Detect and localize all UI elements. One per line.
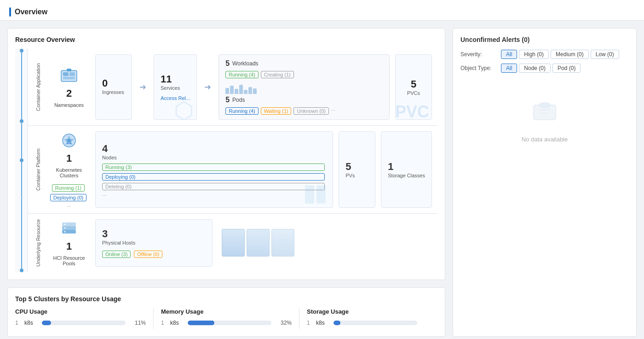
- stor-name-1: k8s: [316, 320, 330, 326]
- pvcs-count: 5: [411, 78, 416, 90]
- object-type-filters: All Node (0) Pod (0): [501, 64, 581, 73]
- no-data-icon: [530, 96, 559, 130]
- tier-label-underlying: Underlying Resource: [34, 219, 43, 267]
- pvcs-box: 5 PVCs PVC: [395, 54, 432, 120]
- svg-rect-9: [316, 185, 326, 204]
- cpu-usage-row: 1 k8s 11%: [15, 320, 146, 326]
- tiers-content: Container Application: [28, 49, 437, 272]
- tier-icon-container-app: 2 Namespaces: [48, 54, 90, 120]
- ingresses-count: 0: [102, 77, 108, 89]
- obj-node-btn[interactable]: Node (0): [519, 64, 551, 73]
- memory-usage-col: Memory Usage 1 k8s 32%: [161, 308, 299, 329]
- severity-low-btn[interactable]: Low (0): [591, 50, 619, 59]
- pods-section: 5 Pods Running (4) Waiting (1) Unknown (…: [225, 96, 383, 115]
- arrow-ingresses-services: ➜: [138, 54, 148, 120]
- k8s-badge-more: ...: [67, 202, 71, 208]
- cluster-usage-title: Top 5 Clusters by Resource Usage: [15, 295, 437, 303]
- workloads-label: Workloads: [232, 60, 258, 67]
- access-rel-link[interactable]: Access Rel...: [161, 95, 190, 101]
- sc-count: 1: [388, 161, 425, 173]
- obj-pod-btn[interactable]: Pod (0): [552, 64, 581, 73]
- severity-all-btn[interactable]: All: [501, 50, 517, 59]
- ingresses-label: Ingresses: [102, 89, 124, 95]
- severity-medium-btn[interactable]: Medium (0): [551, 50, 589, 59]
- hci-icon: [60, 219, 78, 238]
- mem-bar-1: [188, 321, 214, 325]
- page-title: Overview: [15, 8, 47, 16]
- connector-line-4: [21, 198, 22, 269]
- svg-rect-3: [63, 77, 75, 79]
- pod-badge-waiting: Waiting (1): [261, 107, 292, 115]
- stor-rank-1: 1: [307, 320, 312, 326]
- storage-usage-col: Storage Usage 1 k8s: [307, 308, 437, 329]
- services-box: 11 Services ⬡ Access Rel...: [154, 54, 197, 120]
- cluster-usage-card: Top 5 Clusters by Resource Usage CPU Usa…: [7, 287, 445, 337]
- workloads-section: 5 Workloads Running (4) Creating (1): [225, 59, 383, 78]
- k8s-label: Kubernetes Clusters: [48, 167, 90, 178]
- mem-name-1: k8s: [170, 320, 184, 326]
- nodes-box: 4 Nodes Running (3) Deploying (0) Deleti…: [95, 131, 333, 208]
- obj-all-btn[interactable]: All: [501, 64, 517, 73]
- tier-label-container-platform: Container Platform: [34, 131, 43, 208]
- svg-rect-1: [63, 72, 69, 76]
- svg-rect-8: [305, 185, 314, 204]
- ingresses-box: 0 Ingresses: [95, 54, 132, 120]
- main-content: Resource Overview: [0, 21, 644, 339]
- workloads-pods-box: 5 Workloads Running (4) Creating (1): [218, 54, 390, 120]
- svg-rect-18: [539, 109, 550, 111]
- svg-point-14: [64, 228, 66, 229]
- sc-label: Storage Classes: [388, 173, 425, 178]
- services-label: Services: [161, 85, 180, 91]
- mem-bar-wrap-1: [188, 321, 271, 325]
- page: Overview Resource Overview: [0, 0, 644, 339]
- workloads-count: 5: [225, 59, 230, 68]
- k8s-status-badges: Running (1) Deploying (0) ...: [48, 183, 90, 208]
- resource-overview-card: Resource Overview: [7, 28, 445, 280]
- cpu-usage-col: CPU Usage 1 k8s 11%: [15, 308, 154, 329]
- storage-usage-title: Storage Usage: [307, 308, 437, 315]
- connector-line-2: [21, 123, 22, 158]
- pvs-box: 5 PVs: [339, 131, 375, 208]
- svg-rect-7: [67, 143, 71, 144]
- storage-usage-row: 1 k8s: [307, 320, 437, 326]
- connector-seg-3: [20, 198, 23, 272]
- connector-dot-3: [20, 158, 23, 162]
- svg-rect-19: [539, 112, 546, 114]
- cpu-name-1: k8s: [24, 320, 38, 326]
- page-header: Overview: [0, 0, 644, 21]
- tier-row-container-platform: Container Platform: [28, 126, 437, 214]
- svg-point-13: [64, 231, 66, 233]
- stor-bar-1: [334, 321, 340, 325]
- page-title-bar: Overview: [9, 7, 47, 17]
- alerts-panel: Unconfirmed Alerts (0) Severity: All Hig…: [453, 28, 637, 337]
- hci-count: 1: [66, 240, 72, 252]
- server-rack-visual: [218, 219, 432, 267]
- connector-seg-1: [20, 49, 23, 123]
- nodes-bg-icon: [303, 181, 330, 208]
- workloads-badges: Running (4) Creating (1): [225, 70, 383, 78]
- pods-badges: Running (4) Waiting (1) Unknown (0) ...: [225, 106, 383, 115]
- severity-high-btn[interactable]: High (0): [519, 50, 549, 59]
- usage-columns: CPU Usage 1 k8s 11% Memory Usage: [15, 308, 437, 329]
- cpu-rank-1: 1: [15, 320, 21, 326]
- svg-point-15: [64, 224, 66, 225]
- connector-dot-1: [20, 49, 23, 53]
- connector-line-1: [21, 53, 22, 119]
- node-badge-running: Running (3): [102, 164, 325, 171]
- host-badge-online: Online (3): [102, 251, 131, 258]
- svg-rect-0: [61, 70, 77, 82]
- no-data-text: No data available: [522, 136, 568, 143]
- k8s-icon: [60, 131, 78, 150]
- pvcs-bg-text: PVC: [395, 102, 429, 120]
- cpu-bar-wrap-1: [42, 321, 126, 325]
- no-data-area: No data available: [460, 77, 629, 161]
- resource-overview-title: Resource Overview: [15, 36, 437, 43]
- pod-badge-more: ...: [331, 106, 335, 115]
- pvcs-label: PVCs: [407, 90, 420, 96]
- severity-label: Severity:: [460, 51, 497, 58]
- host-badge-offline: Offline (0): [134, 251, 162, 258]
- workload-badge-running: Running (4): [225, 71, 258, 78]
- hosts-count: 3: [102, 228, 206, 240]
- svg-point-6: [67, 139, 71, 142]
- node-badge-deploying: Deploying (0): [102, 173, 325, 181]
